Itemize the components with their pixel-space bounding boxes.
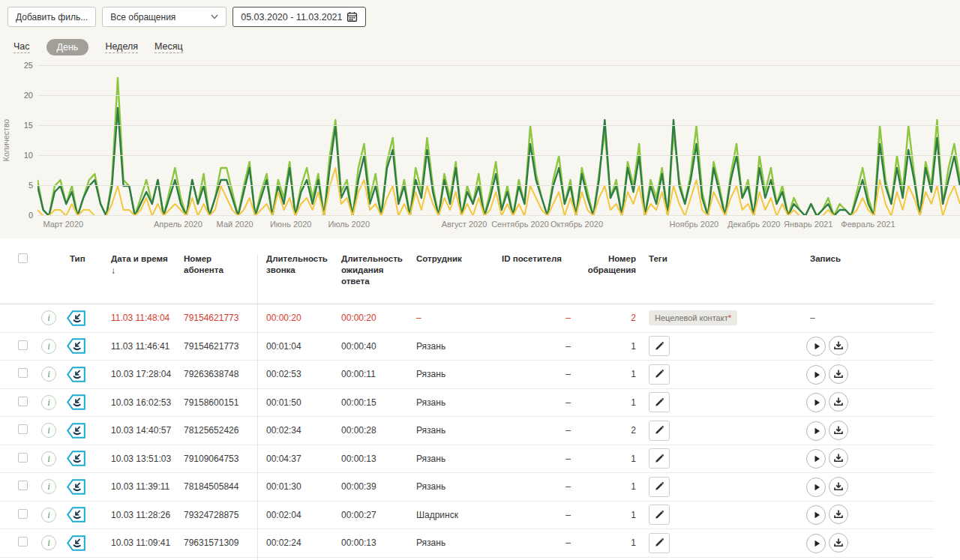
row-checkbox[interactable] (18, 481, 28, 490)
y-tick-label: 15 (10, 121, 33, 130)
call-duration: 00:02:34 (257, 425, 338, 436)
edit-tags-button[interactable] (649, 421, 670, 441)
x-tick-label: Июль 2020 (328, 220, 370, 229)
tab-month[interactable]: Месяц (154, 41, 183, 53)
play-record-button[interactable] (806, 505, 826, 525)
row-checkbox[interactable] (18, 368, 28, 378)
call-datetime: 11.03 11:46:41 (102, 341, 180, 352)
info-icon[interactable]: i (41, 508, 56, 523)
row-checkbox[interactable] (18, 340, 28, 350)
incoming-call-icon (67, 338, 86, 354)
play-record-button[interactable] (806, 337, 826, 356)
play-record-button[interactable] (806, 421, 826, 441)
row-checkbox[interactable] (18, 537, 28, 547)
download-record-button[interactable] (829, 505, 848, 524)
play-record-button[interactable] (806, 449, 826, 469)
download-record-button[interactable] (829, 448, 848, 468)
wait-duration: 00:00:39 (338, 481, 412, 492)
analytics-panel: Добавить филь... Все обращения 05.03.202… (0, 0, 960, 238)
info-icon[interactable]: i (41, 395, 56, 410)
play-record-button[interactable] (806, 478, 826, 497)
info-icon[interactable]: i (41, 367, 56, 382)
conversion-type-select[interactable]: Все обращения (102, 7, 226, 27)
play-icon (812, 483, 821, 492)
info-icon[interactable]: i (41, 451, 56, 466)
visitor-id: – (495, 341, 574, 352)
download-record-button[interactable] (829, 533, 848, 553)
x-tick-label: Апрель 2020 (154, 220, 202, 229)
visitor-id: – (495, 369, 574, 379)
x-tick-label: Январь 2021 (784, 220, 832, 229)
incoming-call-icon (67, 535, 86, 551)
incoming-call-icon (67, 367, 86, 382)
row-checkbox[interactable] (18, 509, 28, 519)
table-row: i 10.03 11:28:26 79324728875 00:02:04 00… (0, 502, 934, 530)
x-tick-label: Декабрь 2020 (728, 220, 780, 229)
download-record-button[interactable] (829, 364, 848, 384)
col-datetime[interactable]: Дата и время ↓ (102, 253, 180, 277)
info-icon[interactable]: i (41, 310, 56, 325)
table-row: i 10.03 13:51:03 79109064753 00:04:37 00… (0, 445, 934, 474)
employee: Рязань (412, 425, 495, 436)
employee: Рязань (412, 538, 495, 548)
col-record: Запись (799, 253, 934, 265)
gridline (38, 65, 960, 66)
row-checkbox[interactable] (18, 397, 28, 406)
download-icon (833, 481, 844, 492)
caller-number: 79158600151 (180, 397, 257, 408)
play-record-button[interactable] (806, 365, 826, 385)
play-record-button[interactable] (806, 534, 826, 553)
download-icon (833, 340, 844, 351)
select-all-checkbox[interactable] (18, 253, 28, 263)
table-row: i 10.03 14:40:57 78125652426 00:02:34 00… (0, 417, 934, 445)
caller-number: 79109064753 (180, 454, 257, 464)
y-tick-label: 10 (10, 151, 33, 160)
download-record-button[interactable] (829, 477, 848, 496)
play-record-button[interactable] (806, 393, 826, 412)
edit-tags-button[interactable] (649, 505, 670, 525)
info-icon[interactable]: i (41, 479, 56, 494)
call-datetime: 10.03 11:39:11 (102, 481, 180, 492)
edit-tags-button[interactable] (649, 477, 670, 497)
edit-tags-button[interactable] (649, 448, 670, 469)
date-range-input[interactable]: 05.03.2020 - 11.03.2021 (232, 7, 366, 27)
call-datetime: 10.03 13:51:03 (102, 454, 180, 464)
info-icon[interactable]: i (41, 535, 56, 550)
caller-number: 79263638748 (180, 369, 257, 379)
info-icon[interactable]: i (41, 423, 56, 438)
call-duration: 00:04:37 (257, 454, 338, 464)
visitor-id: – (495, 454, 574, 464)
download-record-button[interactable] (829, 392, 848, 412)
download-record-button[interactable] (829, 421, 848, 440)
incoming-call-icon (67, 423, 86, 439)
edit-tags-button[interactable] (649, 392, 670, 412)
tab-week[interactable]: Неделя (105, 41, 138, 53)
play-icon (812, 427, 821, 436)
edit-tags-button[interactable] (649, 336, 670, 356)
row-checkbox[interactable] (18, 424, 28, 434)
play-icon (812, 511, 821, 520)
x-tick-label: Июнь 2020 (270, 220, 312, 229)
col-employee: Сотрудник (412, 253, 495, 265)
info-icon[interactable]: i (41, 339, 56, 354)
tab-hour[interactable]: Час (14, 41, 30, 53)
incoming-call-icon (67, 507, 86, 523)
row-checkbox[interactable] (18, 453, 28, 463)
filter-toolbar: Добавить филь... Все обращения 05.03.202… (0, 0, 960, 27)
wait-duration: 00:00:13 (338, 454, 412, 464)
employee: Рязань (412, 454, 495, 464)
tab-day[interactable]: День (46, 39, 89, 55)
call-duration: 00:01:30 (257, 481, 338, 492)
chart-plot: 0510152025 (38, 66, 960, 216)
edit-tags-button[interactable] (649, 533, 670, 553)
pencil-icon (653, 453, 665, 465)
download-record-button[interactable] (829, 336, 848, 355)
employee: Рязань (412, 341, 495, 352)
employee: Рязань (412, 369, 495, 379)
wait-duration: 00:00:28 (338, 425, 412, 436)
call-duration: 00:01:50 (257, 397, 338, 408)
edit-tags-button[interactable] (649, 364, 670, 385)
call-duration: 00:02:04 (257, 510, 338, 520)
add-filter-button[interactable]: Добавить филь... (8, 7, 96, 27)
tag-chip[interactable]: Нецелевой контакт* (649, 310, 737, 325)
